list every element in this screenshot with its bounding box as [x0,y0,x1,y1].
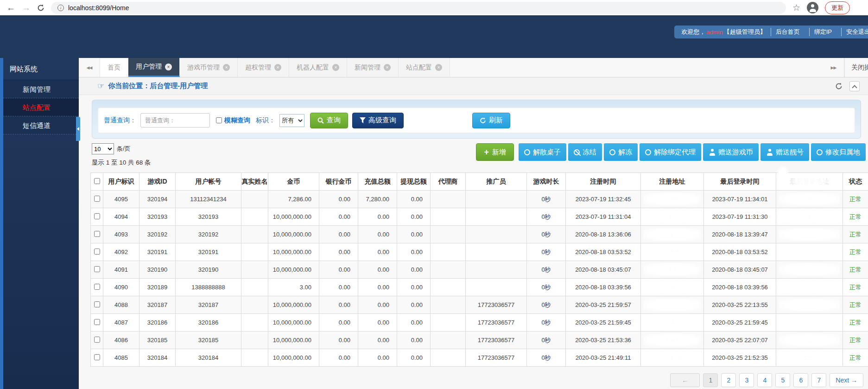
browser-avatar[interactable] [807,2,818,13]
column-header[interactable]: 充值总额 [358,173,397,191]
page-button[interactable]: 4 [757,373,772,387]
tab[interactable]: 游戏币管理 × [180,58,238,77]
pointer-hand-icon: ☞ [97,81,104,91]
column-header[interactable]: 游戏ID [139,173,176,191]
header-link[interactable]: 安全退出 [841,28,868,36]
column-header[interactable]: 游戏时长 [527,173,566,191]
tab[interactable]: 站点配置 × [399,58,450,77]
update-button[interactable]: 更新 [825,1,850,14]
advanced-search-button[interactable]: 高级查询 [352,113,404,128]
action-button[interactable]: 解除绑定代理 [640,143,701,161]
action-button[interactable]: 解冻 [604,143,638,161]
info-icon[interactable]: i [57,5,64,11]
flag-select[interactable]: 所有 [279,114,304,127]
url-text[interactable]: localhost:8099/Home [68,4,129,12]
cell-register-address: 1 .40.2 [641,349,704,367]
column-header[interactable]: 代理商 [431,173,466,191]
column-header[interactable]: 提现总额 [397,173,431,191]
row-checkbox[interactable] [94,231,100,237]
header-link[interactable]: 后台首页 [771,28,805,36]
tab-close-icon[interactable]: × [165,64,172,70]
reload-icon[interactable] [37,4,44,12]
back-icon[interactable]: ← [6,3,15,12]
advanced-button-label: 高级查询 [368,116,396,125]
blurred-address-fragment: 0.0.0 [665,196,679,203]
cell-register-address: 1 9 [641,208,704,226]
page-button[interactable]: 3 [739,373,754,387]
page-button[interactable]: 7 [811,373,826,387]
row-checkbox[interactable] [94,337,100,343]
tab-label: 首页 [108,64,120,72]
sidebar-item[interactable]: 站点配置 [3,98,79,116]
refresh-page-icon[interactable] [835,83,843,90]
blurred-address-fragment: 1 [808,231,811,238]
cell-register-time: 2023-07-19 11:31:04 [566,208,641,226]
page-button[interactable]: 1 [703,373,718,387]
row-checkbox[interactable] [94,301,100,307]
row-checkbox[interactable] [94,196,100,202]
prev-page-button[interactable]: ← [670,373,700,387]
tab-close-icon[interactable]: × [384,64,391,71]
column-header[interactable]: 银行金币 [319,173,358,191]
column-header[interactable]: 金币 [268,173,319,191]
tab-close-icon[interactable]: × [223,64,230,71]
sidebar-item[interactable]: 新闻管理 [3,80,79,98]
row-checkbox[interactable] [94,213,100,219]
cell-user-id: 4088 [103,296,139,314]
cell-last-login-time: 2023-07-19 11:34:01 [704,191,776,208]
action-button[interactable]: 冻结 [568,143,602,161]
cell-promoter [466,191,527,208]
row-checkbox[interactable] [94,249,100,255]
page-button[interactable]: 2 [721,373,736,387]
fuzzy-checkbox[interactable] [216,117,222,123]
column-header[interactable]: 真实姓名 [241,173,268,191]
header-link[interactable]: 绑定IP [809,28,836,36]
collapse-panel-button[interactable] [849,81,860,91]
refresh-button[interactable]: 刷新 [472,113,510,128]
column-header[interactable]: 最后登录时间 [704,173,776,191]
sidebar-item[interactable]: 短信通道 [3,116,79,134]
cell-agent [431,279,466,296]
tab-close-icon[interactable]: × [332,64,339,71]
blurred-address-fragment: 4 [671,319,674,326]
forward-icon[interactable]: → [22,3,31,12]
page-button[interactable]: 5 [775,373,790,387]
next-page-button[interactable]: Next → [830,373,863,387]
action-button[interactable]: 修改归属地 [811,143,866,161]
tab-close-icon[interactable]: × [435,64,442,71]
tab[interactable]: 机器人配置 × [289,58,347,77]
action-button[interactable]: 赠送游戏币 [703,143,759,161]
page-button[interactable]: 6 [793,373,808,387]
cell-gold: 10,000,000.00 [268,208,319,226]
select-all-checkbox[interactable] [94,178,100,184]
query-input[interactable] [140,113,210,128]
row-checkbox[interactable] [94,266,100,272]
action-button[interactable]: 赠送靓号 [760,143,809,161]
url-bar[interactable]: i localhost:8099/Home [51,2,786,14]
column-header[interactable]: 用户帐号 [176,173,241,191]
bookmark-star-icon[interactable]: ☆ [792,2,800,13]
add-button[interactable]: + 新增 [476,143,514,161]
sidebar-collapse-handle[interactable] [76,117,80,141]
tab[interactable]: 用户管理 × [128,58,180,77]
tab-close-icon[interactable]: × [274,64,281,71]
column-header[interactable]: 状态 [843,173,868,191]
row-checkbox[interactable] [94,354,100,360]
tab[interactable]: 超权管理 × [238,58,289,77]
column-header[interactable]: 注册时间 [566,173,641,191]
page-size-select[interactable]: 10 [92,143,114,154]
tabs-scroll-left-button[interactable]: ◀◀ [79,58,100,77]
action-button[interactable]: 解散桌子 [519,143,566,161]
column-header[interactable]: 用户标识 [103,173,139,191]
search-button[interactable]: 查询 [310,113,348,128]
cell-last-login-address [776,296,843,314]
tab[interactable]: 新闻管理 × [347,58,399,77]
column-header[interactable]: 推广员 [466,173,527,191]
row-checkbox[interactable] [94,284,100,290]
column-header[interactable]: 注册地址 [641,173,704,191]
row-checkbox-cell [91,279,103,296]
row-checkbox[interactable] [94,319,100,325]
close-operations-button[interactable]: 关闭操作 [844,58,868,77]
tabs-scroll-right-button[interactable]: ▶▶ [823,58,844,77]
tab[interactable]: 首页 [100,58,128,77]
